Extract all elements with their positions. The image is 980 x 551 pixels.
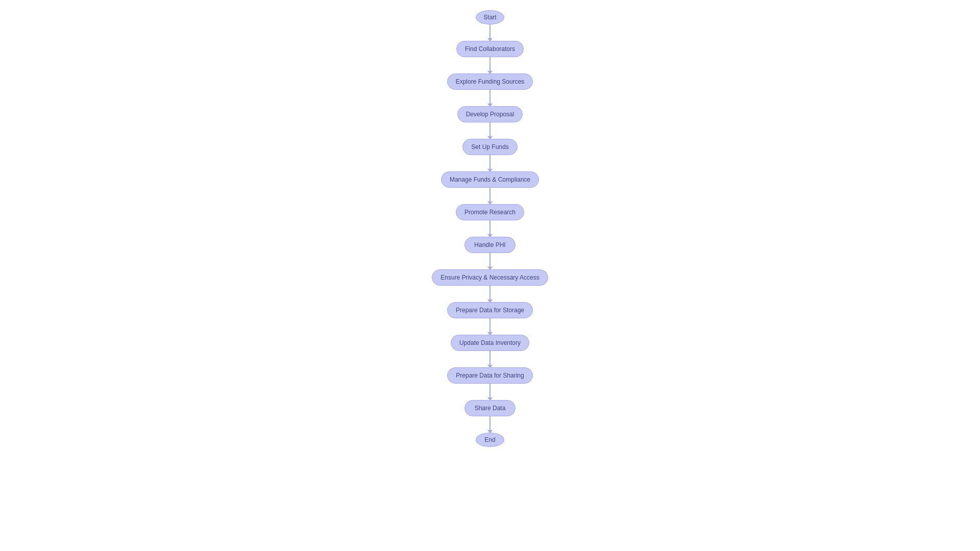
connector-9 [489, 318, 491, 335]
node-share-data[interactable]: Share Data [464, 400, 516, 416]
node-prepare-data-storage[interactable]: Prepare Data for Storage [447, 302, 533, 318]
connector-0 [489, 24, 491, 41]
connector-4 [489, 155, 491, 171]
node-ensure-privacy[interactable]: Ensure Privacy & Necessary Access [432, 269, 548, 286]
node-end[interactable]: End [476, 433, 504, 447]
node-prepare-data-sharing[interactable]: Prepare Data for Sharing [447, 367, 532, 384]
node-start[interactable]: Start [476, 10, 504, 24]
connector-12 [489, 416, 491, 433]
node-find-collaborators[interactable]: Find Collaborators [456, 41, 524, 57]
flowchart: Start Find Collaborators Explore Funding… [0, 0, 980, 467]
connector-8 [489, 286, 491, 302]
connector-7 [489, 253, 491, 269]
connector-2 [489, 90, 491, 106]
node-manage-funds[interactable]: Manage Funds & Compliance [441, 171, 539, 188]
node-explore-funding[interactable]: Explore Funding Sources [447, 73, 533, 90]
node-develop-proposal[interactable]: Develop Proposal [457, 106, 523, 122]
connector-6 [489, 220, 491, 237]
connector-1 [489, 57, 491, 73]
connector-3 [489, 122, 491, 139]
connector-5 [489, 188, 491, 204]
connector-10 [489, 351, 491, 367]
node-set-up-funds[interactable]: Set Up Funds [462, 139, 517, 155]
node-handle-phi[interactable]: Handle PHI [464, 237, 516, 253]
node-promote-research[interactable]: Promote Research [456, 204, 524, 220]
node-update-data-inventory[interactable]: Update Data Inventory [451, 335, 529, 351]
connector-11 [489, 384, 491, 400]
